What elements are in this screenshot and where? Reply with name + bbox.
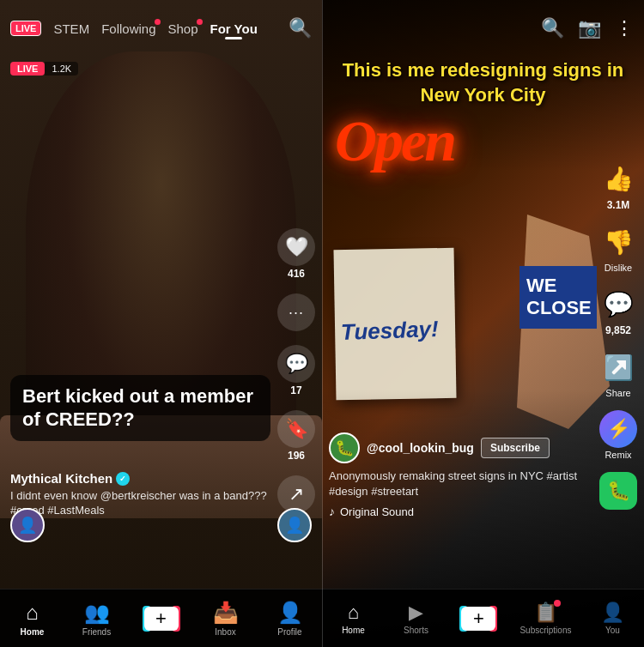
music-note-icon: ♪ [329,505,335,518]
creator-description-right: Anonymously remaking street signs in NYC… [329,469,592,499]
profile-icon: 👤 [277,601,303,625]
subscribe-button[interactable]: Subscribe [481,438,550,458]
nav-for-you[interactable]: For You [210,21,258,36]
nav-tab-friends[interactable]: 👥 Friends [76,601,118,637]
creator-avatar-small[interactable]: 🐛 [599,472,637,510]
like-action[interactable]: 👍 3.1M [599,160,637,211]
dislike-label: Dislike [605,263,632,273]
bottom-nav-left: ⌂ Home 👥 Friends + 📥 Inbox 👤 Profil [0,589,322,647]
comment-icon-right[interactable]: 💬 [599,285,637,323]
viewer-count: 1.2K [45,62,78,76]
nav-tab-add[interactable]: + [140,606,183,632]
comment-count-right: 9,852 [605,324,631,336]
friends-label: Friends [82,627,111,637]
add-icon: + [144,607,179,631]
heart-action[interactable]: 🤍 416 [277,228,315,280]
creator-avatar-action[interactable]: 🐛 [599,472,637,510]
r-you-label: You [605,626,620,635]
we-close-sign: WE CLOSE [519,266,597,329]
r-you-icon: 👤 [601,602,624,624]
right-action-buttons: 👍 3.1M 👎 Dislike 💬 9,852 ↗️ Share ⚡ Remi… [599,160,637,510]
comment-bubble: Bert kicked out a member of CREED?? [10,375,270,441]
dislike-action[interactable]: 👎 Dislike [599,223,637,273]
r-home-icon: ⌂ [348,602,359,624]
bookmark-count: 196 [288,450,305,462]
comment-icon[interactable]: 💬 [277,345,315,383]
more-icon-right[interactable]: ⋮ [615,17,634,39]
camera-icon-right[interactable]: 📷 [578,17,601,39]
comment-action-right[interactable]: 💬 9,852 [599,285,637,336]
like-count: 3.1M [607,199,630,211]
video-title: This is me redesigning signs in New York… [329,58,637,107]
r-nav-add[interactable]: + [457,606,500,632]
creator-handle[interactable]: @cool_lookin_bug [367,441,474,455]
sound-row[interactable]: ♪ Original Sound [329,505,592,518]
share-action-right[interactable]: ↗️ Share [599,348,637,398]
creator-avatar[interactable]: 🐛 [329,432,360,463]
search-icon-right[interactable]: 🔍 [541,17,564,39]
r-shorts-icon: ▶ [409,602,423,624]
gift-avatar-left: 👤 [10,508,45,542]
sound-name[interactable]: Original Sound [340,505,414,518]
left-panel-live: LIVE STEM Following Shop For You 🔍 LIVE … [0,0,322,647]
open-sign: Open [335,112,575,170]
creator-name-text[interactable]: Mythical Kitchen [10,471,112,486]
friends-icon: 👥 [84,601,110,625]
creator-info: Mythical Kitchen ✓ I didnt even know @be… [10,471,270,518]
home-icon: ⌂ [26,601,39,625]
r-nav-home[interactable]: ⌂ Home [331,602,374,635]
panel-divider [322,0,323,647]
live-badge[interactable]: LIVE [10,21,41,36]
heart-count: 416 [288,268,305,280]
r-home-label: Home [342,626,365,635]
shop-dot [197,19,203,25]
share-icon-right[interactable]: ↗️ [599,348,637,386]
r-add-button[interactable]: + [459,606,497,632]
remix-action[interactable]: ⚡ Remix [599,410,637,460]
top-nav-right: 🔍 📷 ⋮ [322,0,644,57]
creator-name-row: Mythical Kitchen ✓ [10,471,270,486]
r-nav-subscriptions[interactable]: 📋 Subscriptions [519,602,571,635]
nav-tab-inbox[interactable]: 📥 Inbox [204,601,247,637]
share-label-right: Share [605,388,630,398]
left-actions: 🤍 416 ··· 💬 17 🔖 196 ↗ 24 [277,228,315,527]
nav-shop[interactable]: Shop [168,21,198,36]
search-icon-left[interactable]: 🔍 [289,17,312,39]
creator-row: 🐛 @cool_lookin_bug Subscribe [329,432,592,463]
nav-tab-profile[interactable]: 👤 Profile [269,601,312,637]
heart-icon[interactable]: 🤍 [277,228,315,266]
top-nav-left: LIVE STEM Following Shop For You 🔍 [0,0,322,57]
gift-avatar-right: 👤 [277,508,312,542]
verified-icon: ✓ [116,472,130,486]
r-subscriptions-icon: 📋 [534,602,557,624]
nav-tab-home[interactable]: ⌂ Home [11,601,54,637]
thumbs-up-icon[interactable]: 👍 [599,160,637,197]
inbox-icon: 📥 [213,601,239,625]
inbox-label: Inbox [215,627,235,637]
r-add-icon: + [461,607,495,631]
more-options-icon[interactable]: ··· [277,293,315,331]
subscriptions-notification-dot [554,600,561,607]
bookmark-icon[interactable]: 🔖 [277,410,315,448]
comment-action[interactable]: 💬 17 [277,345,315,396]
creator-description: I didnt even know @bertkreischer was in … [10,489,270,518]
remix-label: Remix [605,450,631,460]
bookmark-action[interactable]: 🔖 196 [277,410,315,462]
tuesday-text: Tuesday! [340,316,439,346]
thumbs-down-icon[interactable]: 👎 [599,223,637,261]
r-subscriptions-label: Subscriptions [519,626,571,635]
live-indicator: LIVE [10,62,45,76]
nav-following[interactable]: Following [101,21,155,36]
r-shorts-label: Shorts [404,626,428,635]
r-nav-you[interactable]: 👤 You [591,602,634,635]
profile-label: Profile [277,627,301,637]
nav-stem[interactable]: STEM [53,21,89,36]
add-button[interactable]: + [143,606,180,632]
remix-icon[interactable]: ⚡ [599,410,637,448]
following-dot [155,19,161,25]
nav-items: LIVE STEM Following Shop For You [10,21,258,36]
bottom-nav-right: ⌂ Home ▶ Shorts + 📋 Subscriptions [322,589,644,647]
right-panel-feed: Open Tuesday! WE CLOSE This is me redesi… [322,0,644,647]
r-nav-shorts[interactable]: ▶ Shorts [394,602,437,635]
right-creator-info: 🐛 @cool_lookin_bug Subscribe Anonymously… [329,432,592,518]
